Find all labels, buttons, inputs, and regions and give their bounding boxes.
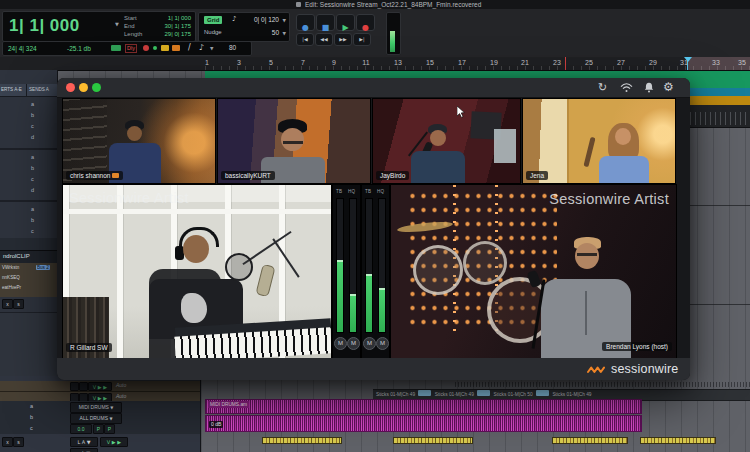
note-caret-icon[interactable]: ▼ [210, 46, 213, 51]
video-tile-brendan[interactable]: Sessionwire Artist Brendan Lyons (host) [391, 185, 676, 358]
nudge-label[interactable]: Nudge [204, 29, 222, 35]
sub-counter[interactable]: 24| 4| 324 [8, 45, 37, 52]
nudge-caret-icon[interactable]: ▼ [283, 31, 286, 36]
marker-flag[interactable] [565, 57, 566, 70]
send-slot[interactable]: d [31, 187, 34, 193]
insert-slot[interactable]: VWrkstn [2, 265, 19, 270]
video-tile-rgillard[interactable]: Sessionwire Artist R Gillard SW [63, 185, 331, 358]
audio-clip[interactable]: KickIn 01-Dv 01-03-1 [640, 437, 716, 452]
mini-button[interactable] [70, 382, 79, 391]
send-slot[interactable]: b [31, 165, 34, 171]
grid-caret-icon[interactable]: ▼ [283, 18, 286, 23]
main-counter[interactable]: 1| 1| 000 [9, 16, 80, 36]
mute-button[interactable]: M [363, 337, 376, 350]
play-button[interactable]: ▶ [336, 14, 355, 31]
go-to-end-button[interactable]: ▶| [353, 33, 371, 46]
stop-button[interactable]: ■ [316, 14, 335, 31]
send-slot[interactable]: a [31, 101, 34, 107]
audio-clip[interactable]: KickIn 01-Dv 01-03-1 [393, 437, 473, 452]
nudge-value[interactable]: 50 [272, 29, 279, 36]
counter-caret-icon[interactable]: ▼ [115, 21, 119, 27]
metronome-button[interactable]: ● [296, 14, 315, 31]
mute-button[interactable]: M [376, 337, 389, 350]
pencil-icon[interactable]: / [188, 43, 191, 52]
sel-start[interactable]: 1| 1| 000 [168, 15, 191, 21]
sel-length[interactable]: 29| 0| 175 [165, 31, 191, 37]
auto-label[interactable]: Auto [116, 393, 126, 399]
video-tile-chris[interactable]: chris shannon [63, 99, 215, 183]
tempo-value[interactable]: 80 [229, 44, 236, 51]
return-to-zero-button[interactable]: |◀ [296, 33, 314, 46]
selected-clip-chip[interactable] [418, 390, 431, 396]
selected-clip-chip[interactable] [536, 390, 549, 396]
rewind-button[interactable]: ◀◀ [315, 33, 333, 46]
insert-slot[interactable]: eatHvePr [2, 285, 21, 290]
pan-right-display[interactable]: P [104, 424, 115, 434]
clock-indicator[interactable] [143, 45, 149, 51]
minimize-button[interactable] [79, 83, 88, 92]
selected-clip-chip[interactable] [477, 390, 490, 396]
bar-ruler[interactable]: 1 3 5 7 9 11 13 15 17 19 21 23 25 27 29 … [0, 57, 750, 71]
video-tile-kurt[interactable]: bassicallyKURT [218, 99, 370, 183]
status-chip-green[interactable] [111, 45, 121, 51]
mute-button[interactable]: M [334, 337, 347, 350]
midi-clip-lane-1[interactable]: MIDI DRUMS.am [205, 399, 642, 414]
note-icon[interactable]: ♪ [199, 43, 204, 52]
record-cluster[interactable]: s L ▼ [70, 448, 98, 452]
sticks-clip[interactable]: Sticks 01-M|Ch 49 [435, 392, 474, 397]
input-selector[interactable]: ALL DRUMS ▼ [70, 413, 122, 424]
x-button[interactable]: x [2, 437, 13, 447]
vc-titlebar[interactable]: ↻ ⚙ [57, 78, 690, 98]
send-slot[interactable]: c [31, 123, 34, 129]
gear-icon[interactable]: ⚙ [663, 80, 674, 94]
mini-button[interactable] [79, 382, 88, 391]
grid-note-icon[interactable]: ♪ [232, 15, 236, 23]
send-slot[interactable]: c [31, 228, 34, 234]
audio-clip[interactable]: KickIn 01-Dv 01-03-1 [552, 437, 628, 452]
output-selector[interactable]: MIDI DRUMS ▼ [70, 402, 122, 413]
send-slot[interactable]: d [31, 134, 34, 140]
refresh-icon[interactable]: ↻ [598, 81, 607, 94]
sticks-clip[interactable]: Sticks 01-M|Ch 49 [552, 392, 591, 397]
status-chip-yellow[interactable] [161, 45, 169, 51]
midi-clip-lane-2[interactable]: 0 dB [205, 415, 642, 432]
send-slot[interactable]: c [30, 425, 33, 431]
os-titlebar[interactable]: Edit: Sessionwire Stream_Oct22.21_84BPM_… [0, 0, 750, 9]
send-slot[interactable]: a [31, 206, 34, 212]
video-tile-jena[interactable]: Jena [523, 99, 675, 183]
sel-end[interactable]: 30| 1| 175 [165, 23, 191, 29]
sticks-clip[interactable]: Sticks 01-M|Ch 50 [494, 392, 533, 397]
fast-forward-button[interactable]: ▶▶ [334, 33, 352, 46]
send-slot[interactable]: c [31, 176, 34, 182]
wifi-icon[interactable] [620, 83, 633, 93]
video-tile-jaybirdo[interactable]: JayBirdo [373, 99, 520, 183]
audio-clip[interactable]: KickIn 01-Dv 01-03-1 [262, 437, 342, 452]
clip-gain-chip[interactable]: 0 dB [209, 421, 223, 428]
insert-slot[interactable]: nnKSEQ [2, 275, 20, 280]
record-button[interactable]: ● [356, 14, 375, 31]
zoom-button[interactable] [92, 83, 101, 92]
send-slot[interactable]: b [31, 217, 34, 223]
solo-s-button[interactable]: s [13, 299, 24, 309]
playback-cluster[interactable]: V ▶ ▶ [88, 382, 112, 391]
solo-x-button[interactable]: x [2, 299, 13, 309]
bus-chip[interactable]: Bus 2 [36, 265, 50, 270]
track-name-box[interactable]: ndrolCLIP [0, 250, 57, 263]
bell-icon[interactable] [643, 82, 655, 93]
grid-value[interactable]: 0| 0| 120 [254, 16, 279, 23]
send-slot[interactable]: b [31, 112, 34, 118]
s-button[interactable]: s [13, 437, 24, 447]
status-chip-orange[interactable] [172, 45, 180, 51]
dly-indicator[interactable]: Dly [125, 44, 137, 53]
record-cluster[interactable]: L A ▼ [70, 437, 98, 447]
send-slot[interactable]: b [30, 414, 33, 420]
close-button[interactable] [66, 83, 75, 92]
grid-label[interactable]: Grid [204, 16, 222, 24]
pan-left-display[interactable]: P [93, 424, 104, 434]
mute-button[interactable]: M [347, 337, 360, 350]
link-indicator[interactable] [153, 46, 157, 50]
volume-display[interactable]: 0.0 [70, 424, 92, 434]
auto-label[interactable]: Auto [116, 382, 126, 388]
sticks-clip[interactable]: Sticks 01-M|Ch 49 [376, 392, 415, 397]
send-slot[interactable]: a [31, 154, 34, 160]
